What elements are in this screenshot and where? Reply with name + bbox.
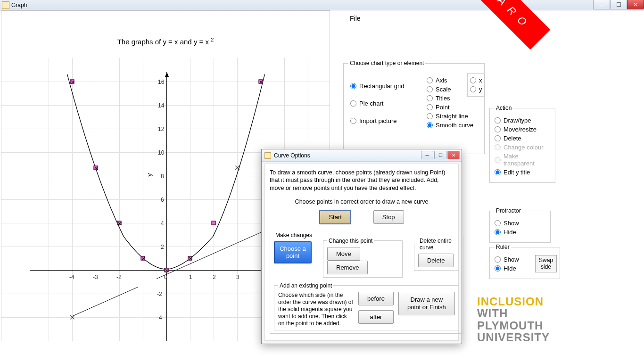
add-existing-group: Add an existing point Choose which side … [274,282,459,330]
chart-type-legend: Choose chart type or element [348,60,425,66]
y-tick: -4 [157,314,162,321]
window-titlebar: Graph ─ ☐ ✕ [0,0,644,10]
make-changes-group: Make changes Choose a point Change this … [270,232,463,334]
radio-draw[interactable]: Draw/type [495,117,550,124]
radio-titles[interactable]: Titles [427,95,473,102]
radio-protractor-show[interactable]: Show [495,220,545,227]
delete-button[interactable]: Delete [418,254,454,267]
protractor-legend: Protractor [495,207,522,214]
radio-straight-line[interactable]: Straight line [427,113,473,120]
stop-button[interactable]: Stop [373,210,404,224]
dialog-maximize-button[interactable]: ☐ [434,151,446,159]
y-tick: 6 [161,197,164,203]
start-button[interactable]: Start [319,210,351,224]
dialog-icon [264,152,271,159]
x-tick: 1 [189,274,192,280]
line-point[interactable] [235,165,239,170]
swap-side-button[interactable]: Swap side [535,255,557,272]
radio-x[interactable]: x [470,77,482,84]
curve-point[interactable] [259,80,263,84]
x-tick: -4 [69,274,74,280]
chart-type-group: Choose chart type or element Rectangular… [343,60,485,154]
x-tick: -1 [140,274,145,280]
dialog-titlebar[interactable]: Curve Options ─ ☐ ✕ [262,149,462,162]
radio-rect-grid[interactable]: Rectangular grid [350,82,404,90]
curve-options-dialog: Curve Options ─ ☐ ✕ To draw a smooth cur… [261,149,462,344]
app-icon [2,1,9,9]
curve-point[interactable] [94,166,98,170]
radio-scale[interactable]: Scale [427,86,473,93]
window-maximize-button[interactable]: ☐ [610,0,627,9]
move-button[interactable]: Move [327,247,360,261]
y-tick: 2 [161,244,164,250]
y-tick: 12 [158,126,164,132]
radio-make-transparent: Make transparent [495,153,550,167]
radio-import-picture[interactable]: Import picture [350,117,404,124]
curve-point[interactable] [117,221,122,225]
curve-point[interactable] [165,268,169,272]
y-tick: 10 [158,149,164,156]
change-this-point-group: Change this point Move Remove [323,238,403,278]
action-legend: Action [495,105,513,111]
window-title: Graph [11,2,27,8]
add-help-text: Choose which side (in the order the curv… [278,292,354,327]
y-axis-arrow-icon [165,72,169,77]
before-button[interactable]: before [358,292,394,305]
radio-protractor-hide[interactable]: Hide [495,229,545,236]
y-tick: 8 [161,173,164,180]
radio-edit-y-title[interactable]: Edit y title [495,169,550,176]
curve-point[interactable] [141,256,145,261]
radio-smooth-curve[interactable]: Smooth curve [427,122,473,129]
ruler-group: Ruler Show Hide Swap side [489,244,560,279]
protractor-group: Protractor Show Hide [489,207,551,243]
delete-curve-legend: Delete entire curve [418,238,455,251]
y-axis [166,72,167,341]
curve-point-selected[interactable] [212,221,216,225]
change-this-point-legend: Change this point [327,238,374,244]
radio-point[interactable]: Point [427,104,473,111]
x-tick: 2 [213,274,216,280]
action-group: Action Draw/type Move/resize Delete Chan… [489,105,555,183]
y-tick: 16 [158,79,164,85]
menu-file[interactable]: File [346,13,364,24]
ruler-legend: Ruler [495,244,511,250]
make-changes-legend: Make changes [274,232,314,239]
window-close-button[interactable]: ✕ [627,0,644,9]
x-tick: 3 [236,274,239,280]
delete-curve-group: Delete entire curve Delete [414,238,459,271]
curve-point[interactable] [70,80,74,84]
x-tick: 0 [164,274,167,280]
window-minimize-button[interactable]: ─ [593,0,610,9]
y-tick: -2 [157,291,162,297]
add-existing-legend: Add an existing point [278,282,333,289]
choose-points-label: Choose points in correct order to draw a… [270,198,454,205]
radio-change-colour: Change colour [495,144,550,151]
after-button[interactable]: after [358,310,394,324]
dialog-title: Curve Options [274,152,310,159]
radio-delete[interactable]: Delete [495,135,550,142]
y-axis-label: y [146,173,153,177]
x-tick: -3 [93,274,98,280]
y-tick: 14 [158,102,164,109]
draw-or-finish-button[interactable]: Draw a new point or Finish [398,292,455,315]
dialog-close-button[interactable]: ✕ [447,151,460,159]
radio-axis[interactable]: Axis [427,77,473,84]
radio-y[interactable]: y [470,86,482,93]
radio-pie-chart[interactable]: Pie chart [350,100,404,107]
choose-a-point-button[interactable]: Choose a point [274,241,312,263]
x-tick: -2 [116,274,122,280]
remove-button[interactable]: Remove [327,261,368,274]
line-point[interactable] [70,315,74,320]
plymouth-logo: INCLUSION WITH PLYMOUTH UNIVERSITY [477,296,550,343]
radio-move[interactable]: Move/resize [495,126,550,133]
curve-point[interactable] [188,256,192,261]
dialog-intro-text: To draw a smooth curve, choose points (a… [270,169,454,192]
dialog-minimize-button[interactable]: ─ [421,151,433,159]
y-tick: 4 [161,220,164,227]
